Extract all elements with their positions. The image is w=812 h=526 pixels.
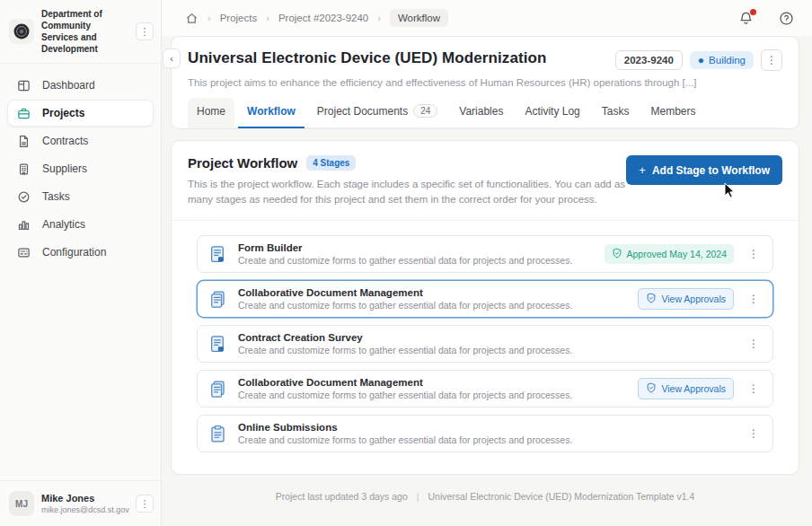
sidebar-item-contracts[interactable]: Contracts [7, 127, 154, 154]
sidebar-item-tasks[interactable]: Tasks [7, 183, 154, 210]
sidebar-header: Department of Community Services and Dev… [0, 0, 161, 64]
sidebar-item-label: Analytics [42, 218, 85, 231]
user-menu-kebab-icon[interactable]: ⋮ [136, 495, 154, 513]
sidebar-item-label: Contracts [42, 135, 88, 147]
stage-card[interactable]: Online Submissions Create and customize … [197, 415, 773, 452]
org-logo [9, 19, 34, 44]
form-icon [207, 243, 228, 265]
app-window: Department of Community Services and Dev… [0, 0, 812, 526]
home-icon[interactable] [185, 12, 199, 25]
stage-title: Form Builder [238, 242, 595, 253]
tab-label: Project Documents [317, 105, 408, 118]
tab-label: Members [650, 105, 695, 118]
sidebar-menu-kebab-icon[interactable]: ⋮ [136, 22, 154, 40]
tab-label: Tasks [602, 105, 630, 118]
breadcrumb-current: Workflow [390, 9, 448, 27]
tab-activity-log[interactable]: Activity Log [516, 98, 588, 128]
add-stage-button[interactable]: + Add Stage to Workflow [626, 155, 782, 185]
tab-label: Workflow [247, 105, 296, 118]
sidebar-item-label: Tasks [42, 190, 70, 203]
sidebar-item-suppliers[interactable]: Suppliers [7, 155, 154, 182]
workflow-heading: Project Workflow [188, 155, 297, 171]
project-header-card: ‹ Universal Electronic Device (UED) Mode… [171, 36, 799, 129]
stage-count-badge: 4 Stages [306, 155, 356, 171]
breadcrumb: › Projects › Project #2023-9240 › Workfl… [185, 9, 448, 27]
docs-icon [207, 378, 228, 399]
add-stage-label: Add Stage to Workflow [652, 164, 770, 177]
sidebar-item-configuration[interactable]: Configuration [7, 239, 154, 266]
stage-title: Collaborative Document Management [238, 287, 628, 298]
tab-tasks[interactable]: Tasks [593, 98, 639, 128]
tab-label: Activity Log [525, 105, 579, 118]
plus-icon: + [639, 163, 646, 177]
footer-updated: Project last updated 3 days ago [276, 491, 408, 502]
sidebar-item-analytics[interactable]: Analytics [7, 211, 154, 238]
project-description: This project aims to enhance the efficie… [188, 77, 782, 88]
stage-menu-kebab-icon[interactable]: ⋮ [744, 244, 763, 264]
tab-workflow[interactable]: Workflow [238, 98, 304, 128]
breadcrumb-project-id[interactable]: Project #2023-9240 [278, 13, 368, 23]
page-title: Universal Electronic Device (UED) Modern… [188, 49, 615, 67]
footer-note: Project last updated 3 days ago | Univer… [171, 491, 799, 502]
tab-label: Variables [459, 105, 503, 118]
workflow-card: Project Workflow 4 Stages This is the pr… [171, 140, 799, 475]
avatar: MJ [9, 491, 34, 516]
content: ‹ Universal Electronic Device (UED) Mode… [162, 36, 812, 526]
stage-title: Collaborative Document Management [238, 377, 628, 388]
org-name: Department of Community Services and Dev… [41, 8, 128, 55]
stage-menu-kebab-icon[interactable]: ⋮ [744, 424, 763, 443]
view-approvals-button[interactable]: View Approvals [638, 378, 734, 399]
project-menu-kebab-icon[interactable]: ⋮ [761, 49, 782, 71]
breadcrumb-projects[interactable]: Projects [220, 13, 258, 23]
shield-check-icon [646, 293, 657, 305]
settings-icon [17, 245, 31, 259]
notifications-bell-icon[interactable] [738, 11, 754, 26]
user-email: mike.jones@dcsd.st.gov [41, 505, 128, 514]
sidebar: Department of Community Services and Dev… [0, 0, 162, 526]
stage-card[interactable]: Form Builder Create and customize forms … [197, 235, 773, 273]
tab-label: Home [197, 105, 225, 118]
tab-home[interactable]: Home [188, 98, 234, 128]
check-circle-icon [17, 189, 31, 204]
stage-texts: Form Builder Create and customize forms … [238, 242, 595, 266]
sidebar-item-projects[interactable]: Projects [7, 100, 154, 127]
user-panel: MJ Mike Jones mike.jones@dcsd.st.gov ⋮ [0, 480, 161, 526]
tab-members[interactable]: Members [641, 98, 704, 128]
briefcase-icon [17, 106, 31, 120]
stage-texts: Contract Creation Survey Create and cust… [238, 332, 734, 355]
stage-description: Create and customize forms to gather ess… [238, 300, 628, 311]
workflow-title-row: Project Workflow 4 Stages [188, 155, 626, 171]
collapse-panel-button[interactable]: ‹ [163, 48, 181, 68]
stage-card[interactable]: Contract Creation Survey Create and cust… [197, 325, 773, 363]
stage-description: Create and customize forms to gather ess… [238, 390, 628, 400]
tab-project-documents[interactable]: Project Documents 24 [308, 97, 447, 128]
stage-list: Form Builder Create and customize forms … [172, 221, 799, 474]
status-label: Building [709, 55, 746, 66]
document-icon [17, 134, 31, 148]
workflow-description: This is the project workflow. Each stage… [188, 177, 626, 206]
breadcrumb-separator: › [266, 13, 269, 23]
stage-card[interactable]: Collaborative Document Management Create… [197, 280, 773, 318]
tab-variables[interactable]: Variables [450, 98, 512, 128]
tab-bar: Home Workflow Project Documents 24 Varia… [188, 97, 782, 128]
main-area: › Projects › Project #2023-9240 › Workfl… [162, 0, 812, 526]
stage-description: Create and customize forms to gather ess… [238, 345, 734, 355]
help-icon[interactable] [779, 11, 794, 26]
sidebar-item-label: Configuration [42, 246, 106, 259]
building-icon [17, 162, 31, 176]
stage-menu-kebab-icon[interactable]: ⋮ [744, 334, 763, 354]
footer-template: Universal Electronic Device (UED) Modern… [428, 491, 695, 502]
breadcrumb-separator: › [377, 13, 381, 23]
view-approvals-button[interactable]: View Approvals [638, 288, 734, 310]
dashboard-icon [17, 78, 31, 92]
stage-menu-kebab-icon[interactable]: ⋮ [744, 379, 763, 399]
sidebar-item-dashboard[interactable]: Dashboard [7, 72, 154, 99]
stage-card[interactable]: Collaborative Document Management Create… [197, 370, 773, 408]
user-name: Mike Jones [41, 493, 128, 504]
tab-count-badge: 24 [413, 104, 437, 118]
status-badge: ● Building [690, 51, 754, 69]
user-meta: Mike Jones mike.jones@dcsd.st.gov [41, 493, 128, 514]
form-icon [207, 333, 228, 355]
approved-badge: Approved May 14, 2024 [605, 244, 735, 264]
stage-menu-kebab-icon[interactable]: ⋮ [744, 289, 763, 309]
